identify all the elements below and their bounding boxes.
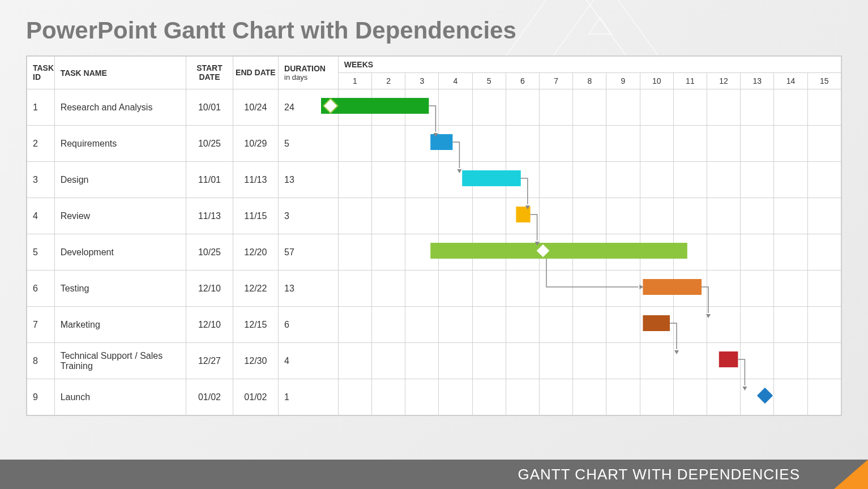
cell-duration: 13 — [279, 271, 339, 307]
cell-task-id: 8 — [27, 343, 55, 379]
cell-week — [807, 198, 841, 234]
cell-week — [807, 379, 841, 415]
cell-week — [472, 89, 506, 126]
cell-task-id: 1 — [27, 89, 55, 126]
cell-week — [807, 343, 841, 379]
cell-week — [371, 234, 405, 271]
cell-week — [741, 307, 774, 343]
cell-task-id: 9 — [27, 379, 55, 415]
cell-week — [539, 126, 572, 162]
cell-week — [371, 198, 405, 234]
cell-end-date: 12/15 — [233, 307, 278, 343]
header-week: 5 — [472, 73, 506, 89]
cell-duration: 13 — [279, 162, 339, 198]
cell-task-id: 6 — [27, 271, 55, 307]
cell-week — [573, 234, 606, 271]
cell-task-name: Launch — [54, 379, 186, 415]
cell-week — [439, 271, 472, 307]
cell-task-name: Design — [54, 162, 186, 198]
cell-week — [439, 126, 472, 162]
cell-week — [405, 379, 439, 415]
cell-week — [573, 198, 606, 234]
cell-end-date: 12/22 — [233, 271, 278, 307]
cell-week — [338, 271, 371, 307]
cell-week — [640, 271, 673, 307]
cell-week — [774, 343, 807, 379]
table-row: 4Review11/1311/153 — [27, 198, 841, 234]
cell-week — [741, 162, 774, 198]
header-week: 9 — [606, 73, 640, 89]
cell-week — [774, 307, 807, 343]
cell-week — [807, 126, 841, 162]
cell-week — [673, 162, 707, 198]
cell-week — [405, 126, 439, 162]
cell-week — [405, 89, 439, 126]
cell-end-date: 10/24 — [233, 89, 278, 126]
footer-bar: GANTT CHART WITH DEPENDENCIES — [0, 460, 868, 489]
cell-task-id: 7 — [27, 307, 55, 343]
cell-end-date: 11/15 — [233, 198, 278, 234]
cell-task-name: Requirements — [54, 126, 186, 162]
cell-week — [673, 307, 707, 343]
table-row: 2Requirements10/2510/295 — [27, 126, 841, 162]
cell-week — [573, 162, 606, 198]
cell-week — [338, 234, 371, 271]
cell-week — [338, 379, 371, 415]
gantt-table: TASK ID TASK NAME START DATE END DATE DU… — [27, 56, 841, 415]
cell-week — [472, 198, 506, 234]
cell-start-date: 10/25 — [186, 126, 233, 162]
cell-week — [472, 379, 506, 415]
footer-accent-icon — [834, 460, 868, 489]
header-task-name: TASK NAME — [54, 57, 186, 89]
cell-duration: 24 — [279, 89, 339, 126]
table-row: 6Testing12/1012/2213 — [27, 271, 841, 307]
cell-duration: 57 — [279, 234, 339, 271]
cell-week — [539, 343, 572, 379]
cell-week — [606, 126, 640, 162]
cell-week — [338, 307, 371, 343]
cell-week — [707, 89, 741, 126]
cell-week — [439, 198, 472, 234]
cell-week — [371, 89, 405, 126]
cell-week — [506, 234, 539, 271]
cell-week — [371, 126, 405, 162]
cell-week — [807, 234, 841, 271]
cell-week — [338, 198, 371, 234]
table-row: 8Technical Support / Sales Training12/27… — [27, 343, 841, 379]
cell-week — [673, 234, 707, 271]
cell-week — [506, 343, 539, 379]
cell-task-name: Testing — [54, 271, 186, 307]
cell-week — [439, 307, 472, 343]
cell-week — [640, 379, 673, 415]
cell-week — [506, 89, 539, 126]
cell-week — [774, 234, 807, 271]
cell-week — [673, 198, 707, 234]
header-start-date: START DATE — [186, 57, 233, 89]
cell-task-name: Technical Support / Sales Training — [54, 343, 186, 379]
cell-week — [472, 162, 506, 198]
cell-week — [673, 343, 707, 379]
header-week: 4 — [439, 73, 472, 89]
cell-week — [405, 343, 439, 379]
cell-week — [606, 307, 640, 343]
cell-week — [606, 162, 640, 198]
header-week: 13 — [741, 73, 774, 89]
cell-week — [539, 307, 572, 343]
header-week: 7 — [539, 73, 572, 89]
cell-start-date: 12/10 — [186, 307, 233, 343]
cell-start-date: 01/02 — [186, 379, 233, 415]
cell-week — [506, 162, 539, 198]
cell-week — [472, 126, 506, 162]
cell-week — [405, 271, 439, 307]
cell-week — [405, 162, 439, 198]
cell-week — [405, 234, 439, 271]
header-weeks: WEEKS — [338, 57, 841, 73]
table-row: 7Marketing12/1012/156 — [27, 307, 841, 343]
cell-week — [573, 343, 606, 379]
cell-week — [807, 162, 841, 198]
cell-week — [741, 343, 774, 379]
cell-week — [506, 126, 539, 162]
cell-week — [405, 198, 439, 234]
table-row: 1Research and Analysis10/0110/2424 — [27, 89, 841, 126]
cell-end-date: 12/20 — [233, 234, 278, 271]
